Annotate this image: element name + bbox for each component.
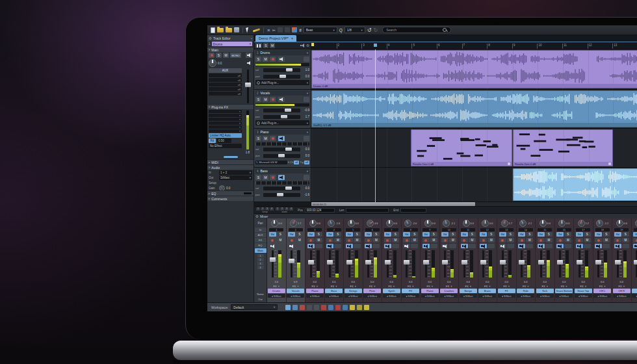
output-select[interactable]: ◂ StMast xyxy=(593,294,611,298)
active-plugin[interactable]: Limiter HQ Auto xyxy=(209,133,242,138)
record-button[interactable] xyxy=(614,238,621,242)
aux-send-slot[interactable]: off xyxy=(209,83,242,86)
mute-button[interactable]: M xyxy=(263,136,268,141)
channel-name[interactable]: Flute xyxy=(363,289,381,293)
audio-clip-drums[interactable]: Drums: 0 dB xyxy=(311,50,637,88)
channel-name[interactable]: Piano xyxy=(306,289,324,293)
pan-knob[interactable] xyxy=(443,220,450,227)
read-automation-button[interactable]: Rd xyxy=(307,232,315,237)
mute-button[interactable]: M xyxy=(315,238,322,242)
solo-button[interactable]: S xyxy=(334,232,341,237)
channel-number[interactable]: 11 xyxy=(461,228,475,231)
section-plugins[interactable]: ▾ Plug-ins FX xyxy=(207,104,254,109)
monitor-button[interactable] xyxy=(633,244,637,248)
mute-button[interactable]: M xyxy=(469,238,476,242)
effects-button[interactable] xyxy=(296,244,303,248)
pan-knob[interactable] xyxy=(616,220,623,227)
output-select[interactable]: ◂ StMast xyxy=(268,294,285,298)
read-automation-button[interactable]: Rd xyxy=(403,232,410,237)
mute-button[interactable]: M xyxy=(372,238,380,242)
mute-button[interactable]: M xyxy=(603,238,610,242)
snapshot-button[interactable]: 2 xyxy=(257,258,264,261)
gear-icon[interactable]: ⚙ xyxy=(209,36,212,40)
effects-button[interactable] xyxy=(354,244,361,248)
record-button[interactable] xyxy=(384,238,391,242)
scrollbar-thumb[interactable]: 00:00:34:21 xyxy=(311,202,475,206)
fader-track[interactable] xyxy=(597,250,599,278)
group-button[interactable]: 1 xyxy=(256,207,260,211)
monitor-button[interactable] xyxy=(518,244,525,248)
clip-lane[interactable]: Revolta Dots 0 dB Revolta Dots 0 dB xyxy=(311,129,637,167)
fader-track[interactable] xyxy=(291,250,292,278)
freeze-button[interactable] xyxy=(304,136,309,141)
aux-send-slot[interactable]: off xyxy=(209,92,242,96)
automation-value[interactable]: 0.50 xyxy=(217,138,231,143)
read-automation-button[interactable]: Rd xyxy=(365,232,372,237)
fader-track[interactable] xyxy=(617,250,619,278)
fx-button[interactable]: FX▾ xyxy=(331,284,337,288)
grid-toggle-icon[interactable]: # xyxy=(299,27,302,33)
output-select[interactable]: ◂ StMast xyxy=(478,294,496,298)
freeze-button[interactable] xyxy=(304,57,309,62)
no-effect-slot[interactable]: No Effect xyxy=(209,144,242,148)
solo-button[interactable]: S xyxy=(507,232,514,237)
fx-button[interactable]: FX▾ xyxy=(350,284,356,288)
read-automation-button[interactable]: Rd xyxy=(269,232,276,237)
output-select[interactable]: ◂ StMast xyxy=(402,294,419,298)
channel-name[interactable]: Brass xyxy=(478,289,496,293)
solo-button[interactable]: S xyxy=(545,232,552,237)
input-select[interactable]: 1 + 2 ▾ xyxy=(219,170,252,175)
fader-handle[interactable] xyxy=(519,260,525,265)
volume-slider[interactable] xyxy=(263,68,300,72)
mute-button[interactable]: M xyxy=(545,238,552,242)
monitor-button[interactable] xyxy=(365,244,372,248)
snapshot-button[interactable]: 1 xyxy=(257,254,264,257)
pan-knob[interactable] xyxy=(404,220,411,227)
fx-button[interactable]: FX▾ xyxy=(446,284,452,288)
effects-button[interactable] xyxy=(315,244,322,248)
marker-red-icon[interactable] xyxy=(321,305,326,310)
track-title-bar[interactable]: 3 Piano ▾ xyxy=(255,129,309,135)
effects-button[interactable] xyxy=(603,244,610,248)
channel-name[interactable]: OH L xyxy=(593,289,611,293)
mute-button[interactable]: M xyxy=(449,238,456,242)
channel-name[interactable]: Snare Top xyxy=(575,289,592,293)
channel-number[interactable]: 7 xyxy=(384,228,398,231)
record-state-icon[interactable] xyxy=(335,305,341,310)
video-monitor-icon[interactable] xyxy=(300,305,305,310)
cpu-meter-icon[interactable] xyxy=(350,305,355,310)
record-arm-button[interactable] xyxy=(209,53,214,58)
new-project-icon[interactable] xyxy=(211,27,215,33)
mute-button[interactable]: M xyxy=(411,238,418,242)
clip-lane[interactable] xyxy=(311,168,637,202)
trigger-value[interactable]: off xyxy=(304,161,309,164)
output-select[interactable]: ◂ StMast xyxy=(632,294,637,298)
fx-button[interactable]: FX▾ xyxy=(504,284,510,288)
monitor-button[interactable] xyxy=(422,244,430,248)
fx-button[interactable]: FX▾ xyxy=(465,284,471,288)
solo-button[interactable]: S xyxy=(216,53,222,58)
channel-name[interactable]: FX xyxy=(498,289,515,293)
solo-button[interactable]: S xyxy=(430,232,437,237)
group-button[interactable]: 1 xyxy=(276,207,280,211)
solo-button[interactable]: S xyxy=(296,232,303,237)
output-select[interactable]: ◂ StMast xyxy=(421,294,439,298)
horizontal-scrollbar[interactable]: 00:00:34:21 xyxy=(311,202,637,206)
search-input[interactable]: Search xyxy=(382,27,451,33)
fader-track[interactable] xyxy=(502,250,504,278)
record-button[interactable] xyxy=(499,238,506,242)
fader-track[interactable] xyxy=(406,250,408,278)
pan-knob[interactable] xyxy=(290,220,297,227)
effects-button[interactable] xyxy=(564,244,571,248)
fader-track[interactable] xyxy=(463,250,465,278)
fader-track[interactable] xyxy=(329,250,331,278)
channel-number[interactable]: 17 xyxy=(576,228,590,231)
fx-button[interactable]: FX▾ xyxy=(389,284,395,288)
record-button[interactable] xyxy=(422,238,430,242)
transport-rewind-icon[interactable] xyxy=(307,305,312,310)
solo-button[interactable]: S xyxy=(315,232,322,237)
mute-button[interactable]: M xyxy=(354,238,361,242)
panel-title-bar[interactable]: ⚙ Track Editor ▪ xyxy=(207,35,254,41)
monitor-button[interactable] xyxy=(384,244,391,248)
add-plugin-slot[interactable]: + Add Plug-in... ▾ xyxy=(255,120,309,125)
